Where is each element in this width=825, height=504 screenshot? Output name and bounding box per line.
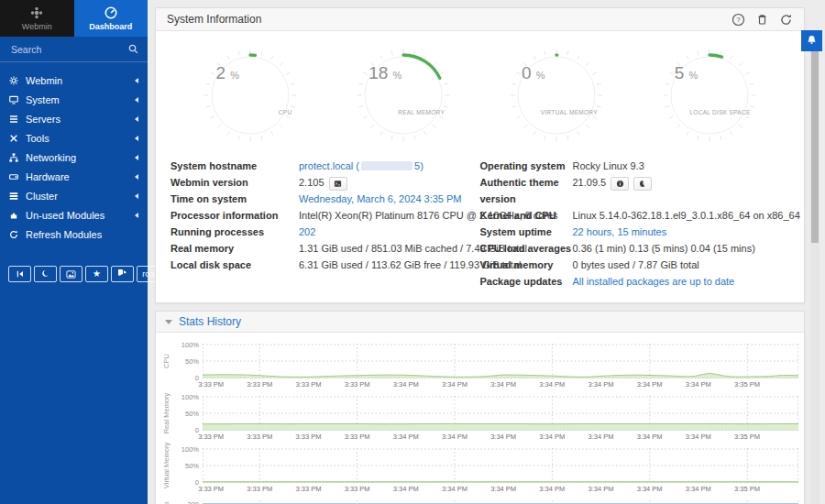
console-badge-button[interactable] [329, 177, 347, 191]
search-input[interactable] [9, 43, 128, 56]
info-row: System hostnameprotect.local (5) [170, 158, 480, 174]
sidebar-item-refresh-modules[interactable]: Refresh Modules [0, 225, 148, 244]
notifications-bell-icon [806, 35, 818, 47]
time-tick-label: 3:34 PM [686, 485, 711, 493]
gear-icon [9, 76, 18, 85]
time-tick-label: 3:34 PM [686, 380, 711, 389]
info-row: Time on systemWednesday, March 6, 2024 3… [170, 191, 480, 207]
chart-axis-title: Processes [160, 500, 171, 504]
chart-y-axis: 100%50%0 [171, 448, 203, 483]
network-icon [9, 153, 18, 162]
info-label: System hostname [170, 158, 299, 174]
gauge-virtual-memory: 0 %VIRTUAL MEMORY [503, 42, 610, 148]
chart-x-axis: 3:33 PM3:33 PM3:33 PM3:33 PM3:34 PM3:34 … [203, 431, 798, 443]
info-value[interactable]: 202 [299, 224, 315, 240]
chart-row-processes: Processes200 [160, 500, 798, 504]
sidebar-item-tools[interactable]: Tools [0, 128, 148, 148]
sidebar-item-label: Webmin [26, 75, 62, 86]
sidebar-item-label: Hardware [26, 171, 70, 182]
info-value[interactable]: protect.local (5) [299, 158, 424, 174]
tab-dashboard[interactable]: Dashboard [74, 0, 148, 37]
tools-icon [9, 134, 18, 143]
gauge-percent: 2 % [215, 63, 239, 83]
sidebar-item-networking[interactable]: Networking [0, 148, 148, 167]
sidebar-item-label: Tools [26, 133, 50, 144]
sidebar-footer-toolbar: ★ root [0, 266, 148, 282]
sidebar-item-unused-modules[interactable]: Un-used Modules [0, 205, 148, 225]
info-label: Running processes [170, 224, 299, 240]
info-value: Rocky Linux 9.3 [573, 158, 644, 174]
stats-history-header[interactable]: Stats History [156, 312, 804, 333]
database-stack-icon [9, 192, 18, 201]
tab-webmin[interactable]: Webmin [0, 0, 74, 37]
stats-history-panel: Stats History CPU100%50%03:33 PM3:33 PM3… [155, 311, 805, 504]
system-information-header: System Information ? [156, 8, 804, 31]
time-tick-label: 3:35 PM [734, 485, 760, 493]
info-value: Linux 5.14.0-362.18.1.el9_3.0.1.x86_64 o… [573, 207, 800, 224]
search-icon[interactable] [128, 41, 138, 58]
system-info-table: System hostnameprotect.local (5)Webmin v… [156, 148, 804, 302]
gauges-row: 2 %CPU18 %REAL MEMORY0 %VIRTUAL MEMORY5 … [156, 31, 804, 148]
chart-axis-title: Real Memory [160, 396, 171, 443]
gauge-label: VIRTUAL MEMORY [541, 109, 598, 115]
info-value[interactable]: All installed packages are up to date [573, 273, 735, 290]
sidebar-item-cluster[interactable]: Cluster [0, 186, 148, 205]
chart-axis-title: CPU [160, 344, 171, 390]
palette-badge-button[interactable] [633, 177, 652, 191]
chevron-left-icon [135, 193, 138, 199]
info-label: Kernel and CPU [480, 207, 573, 224]
time-tick-label: 3:33 PM [295, 380, 321, 389]
info-row: Webmin version2.105 [170, 174, 480, 191]
info-badge-button[interactable] [610, 177, 629, 191]
sidebar-item-webmin[interactable]: Webmin [0, 71, 148, 90]
sidebar-item-label: Cluster [26, 191, 58, 202]
y-tick-label: 100% [182, 341, 199, 349]
theme-button[interactable] [111, 266, 134, 282]
info-value[interactable]: 22 hours, 15 minutes [573, 224, 667, 240]
image-icon [66, 269, 76, 279]
notifications-bell-tab[interactable] [801, 30, 822, 51]
time-tick-label: 3:34 PM [588, 380, 613, 389]
hard-drive-icon [9, 172, 18, 181]
dashboard-gauge-icon [104, 6, 117, 19]
time-tick-label: 3:34 PM [442, 433, 468, 441]
time-tick-label: 3:34 PM [637, 485, 663, 493]
system-information-panel: System Information ? 2 %CPU18 %REAL MEMO… [155, 7, 805, 303]
time-tick-label: 3:33 PM [198, 380, 224, 389]
info-value: 0 bytes used / 7.87 GiB total [573, 257, 699, 273]
chevron-left-icon [135, 174, 138, 180]
y-tick-label: 50% [185, 357, 199, 366]
tab-webmin-label: Webmin [22, 22, 52, 31]
wallpaper-button[interactable] [60, 266, 82, 282]
sidebar-item-label: Networking [26, 152, 76, 163]
favorites-button[interactable]: ★ [85, 266, 108, 282]
time-tick-label: 3:33 PM [247, 485, 272, 493]
chart-axis-title: Virtual Memory [160, 448, 171, 495]
collapse-sidebar-button[interactable] [8, 266, 31, 282]
scrollbar-track[interactable] [810, 30, 820, 504]
info-label: Package updates [480, 273, 573, 290]
info-row: CPU load averages0.36 (1 min) 0.13 (5 mi… [480, 240, 790, 257]
info-label: Virtual memory [480, 257, 573, 273]
time-tick-label: 3:34 PM [490, 485, 516, 493]
time-tick-label: 3:34 PM [539, 485, 565, 493]
chevron-left-icon [135, 97, 138, 103]
time-tick-label: 3:34 PM [588, 485, 613, 493]
info-value[interactable]: Wednesday, March 6, 2024 3:35 PM [299, 191, 462, 207]
time-tick-label: 3:34 PM [442, 380, 468, 389]
star-icon: ★ [93, 269, 101, 279]
refresh-icon[interactable] [779, 13, 793, 27]
info-label: Real memory [170, 240, 299, 257]
night-mode-button[interactable] [34, 266, 57, 282]
help-icon[interactable]: ? [732, 13, 745, 27]
info-label: System uptime [480, 224, 573, 240]
sidebar-item-hardware[interactable]: Hardware [0, 167, 148, 186]
sidebar-item-label: System [26, 94, 60, 105]
gauge-percent: 18 % [368, 63, 402, 83]
info-row: Local disk space6.31 GiB used / 113.62 G… [170, 257, 480, 273]
sidebar-item-servers[interactable]: Servers [0, 109, 148, 128]
time-tick-label: 3:33 PM [198, 485, 224, 493]
scrollbar-thumb[interactable] [811, 32, 819, 243]
delete-icon[interactable] [755, 13, 769, 27]
sidebar-item-system[interactable]: System [0, 90, 148, 109]
